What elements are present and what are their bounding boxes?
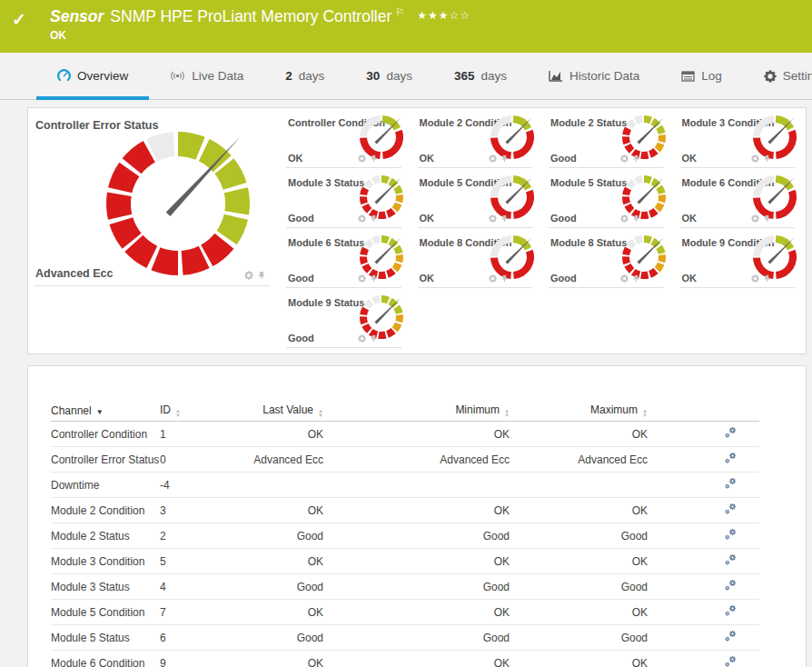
cell-actions — [648, 600, 759, 625]
cell-divider — [286, 347, 401, 348]
column-header-maximum[interactable]: Maximum▲▼ — [510, 401, 648, 422]
pin-icon[interactable] — [632, 270, 640, 286]
cell-actions — [648, 549, 759, 574]
tab-2-days[interactable]: 2days — [264, 53, 345, 99]
channel-settings-icon[interactable] — [724, 604, 738, 618]
cell-min: Good — [323, 625, 510, 651]
gauge-cell-module-6-condition[interactable]: Module 6 ConditionOK — [675, 168, 807, 228]
gauge-cell-module-9-status[interactable]: Module 9 StatusGood — [281, 288, 412, 348]
pin-icon[interactable] — [370, 330, 378, 346]
channel-settings-icon[interactable] — [724, 553, 738, 567]
tab-label: days — [480, 69, 507, 83]
gauge-cell-actions — [751, 210, 771, 226]
gear-icon[interactable] — [620, 150, 629, 166]
gauge-title: Module 5 Status — [550, 177, 627, 188]
column-label: Maximum — [590, 403, 638, 416]
tab-label: Historic Data — [569, 69, 639, 83]
column-label: Last Value — [262, 403, 313, 416]
cell-id: 5 — [160, 549, 219, 574]
pin-icon[interactable] — [370, 270, 378, 286]
table-row: Module 6 Condition9OKOKOK — [51, 651, 759, 667]
gear-icon[interactable] — [751, 150, 759, 166]
gauge-cell-module-3-condition[interactable]: Module 3 ConditionOK — [675, 108, 807, 168]
gauge-cell-actions — [358, 210, 378, 226]
gear-icon[interactable] — [489, 210, 497, 226]
column-header-id[interactable]: ID▲▼ — [160, 401, 219, 422]
channel-settings-icon[interactable] — [724, 630, 738, 643]
gear-icon[interactable] — [358, 270, 366, 286]
tab-settings[interactable]: Settings — [743, 53, 812, 99]
gauge-cell-module-8-condition[interactable]: Module 8 ConditionOK — [412, 228, 544, 288]
gear-icon[interactable] — [751, 270, 759, 286]
pin-icon[interactable] — [763, 150, 771, 166]
tab-365-days[interactable]: 365days — [433, 53, 528, 99]
gauge-title: Module 8 Status — [550, 237, 627, 248]
tab-30-days[interactable]: 30days — [345, 53, 433, 99]
gauge-cell-module-8-status[interactable]: Module 8 StatusGood — [543, 228, 675, 288]
channel-settings-icon[interactable] — [724, 452, 738, 465]
cell-min: Advanced Ecc — [323, 447, 510, 473]
pin-icon[interactable] — [370, 210, 378, 226]
page-title: SNMP HPE ProLiant Memory Controller — [110, 7, 391, 25]
cell-id: 4 — [160, 574, 219, 600]
pin-icon[interactable] — [500, 270, 509, 286]
gauge-cell-module-5-status[interactable]: Module 5 StatusGood — [543, 168, 675, 228]
pin-icon[interactable] — [763, 210, 771, 226]
pin-icon[interactable] — [500, 150, 509, 166]
gauge-value: OK — [420, 213, 435, 224]
column-header-channel[interactable]: Channel▼ — [51, 401, 160, 422]
gear-icon[interactable] — [358, 330, 366, 346]
column-header-minimum[interactable]: Minimum▲▼ — [323, 401, 510, 422]
cell-last: OK — [219, 600, 323, 625]
channels-panel: Channel▼ID▲▼Last Value▲▼Minimum▲▼Maximum… — [27, 365, 807, 667]
cell-max: OK — [510, 498, 648, 523]
gauge-value: OK — [420, 153, 435, 164]
gear-icon[interactable] — [751, 210, 759, 226]
flag-icon[interactable]: ⚐ — [395, 6, 404, 17]
gauge-cell-controller-error-status[interactable]: Controller Error Status Advanced Ecc — [28, 108, 281, 286]
pin-icon[interactable] — [370, 150, 378, 166]
priority-stars[interactable]: ★★★☆☆ — [417, 9, 470, 22]
pin-icon[interactable] — [632, 150, 640, 166]
cell-channel: Controller Condition — [51, 422, 160, 447]
pin-icon[interactable] — [500, 210, 509, 226]
channel-settings-icon[interactable] — [724, 477, 738, 491]
gear-icon[interactable] — [489, 150, 497, 166]
gear-icon[interactable] — [620, 270, 629, 286]
gauge-cell-module-5-condition[interactable]: Module 5 ConditionOK — [412, 168, 544, 228]
controller-error-status-gauge[interactable] — [101, 126, 255, 284]
gauge-cell-module-6-status[interactable]: Module 6 StatusGood — [281, 228, 412, 288]
gauge-title: Module 6 Status — [288, 237, 364, 248]
gear-icon[interactable] — [244, 267, 253, 284]
gauge-cell-module-2-status[interactable]: Module 2 StatusGood — [543, 108, 675, 168]
table-row: Module 3 Condition5OKOKOK — [51, 549, 759, 574]
channel-settings-icon[interactable] — [724, 426, 738, 440]
cell-min: OK — [323, 651, 510, 667]
tab-historic-data[interactable]: Historic Data — [528, 53, 660, 99]
table-row: Downtime-4 — [51, 473, 759, 498]
gauge-cell-module-2-condition[interactable]: Module 2 ConditionOK — [412, 108, 544, 168]
tab-overview[interactable]: Overview — [36, 53, 149, 99]
gauge-value: Good — [288, 333, 314, 343]
channel-settings-icon[interactable] — [724, 503, 738, 516]
gear-icon[interactable] — [620, 210, 629, 226]
channel-settings-icon[interactable] — [724, 528, 738, 542]
pin-icon[interactable] — [257, 267, 266, 284]
pin-icon[interactable] — [632, 210, 640, 226]
tab-label: Log — [701, 69, 722, 83]
channel-settings-icon[interactable] — [724, 655, 738, 667]
tab-live-data[interactable]: Live Data — [149, 53, 264, 99]
sensor-status-text: OK — [50, 29, 66, 42]
column-header-last-value[interactable]: Last Value▲▼ — [219, 401, 323, 422]
pin-icon[interactable] — [763, 270, 771, 286]
tab-log[interactable]: Log — [660, 53, 743, 99]
gear-icon[interactable] — [358, 150, 366, 166]
gear-icon[interactable] — [489, 270, 497, 286]
small-gauges-grid: Controller ConditionOK Module 2 Conditio… — [281, 108, 806, 353]
gauge-cell-actions — [358, 270, 378, 286]
gear-icon[interactable] — [358, 210, 366, 226]
gauge-cell-controller-condition[interactable]: Controller ConditionOK — [281, 108, 412, 168]
gauge-cell-module-9-condition[interactable]: Module 9 ConditionOK — [675, 228, 807, 288]
channel-settings-icon[interactable] — [724, 579, 738, 592]
gauge-cell-module-3-status[interactable]: Module 3 StatusGood — [281, 168, 412, 228]
